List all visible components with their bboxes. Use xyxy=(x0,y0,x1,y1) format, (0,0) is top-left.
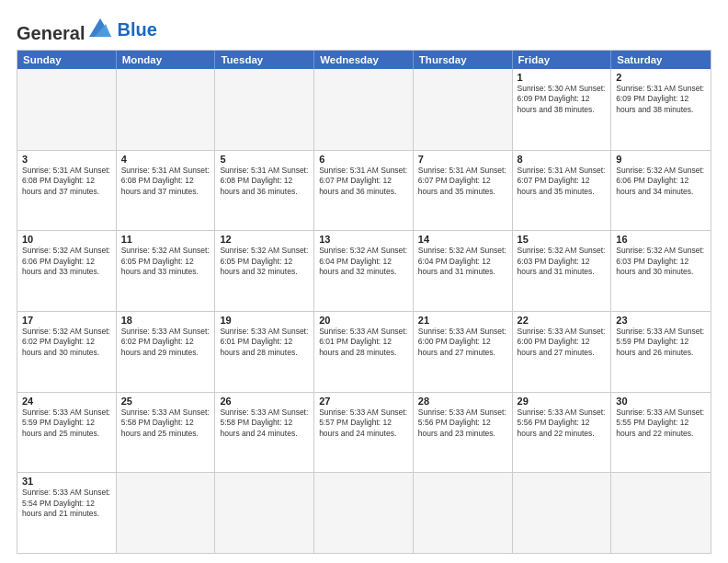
day-number: 2 xyxy=(616,72,706,83)
cell-info: Sunrise: 5:33 AM Sunset: 6:01 PM Dayligh… xyxy=(220,327,309,358)
calendar-cell xyxy=(314,69,414,150)
header-cell-wednesday: Wednesday xyxy=(314,51,414,69)
calendar-cell: 5Sunrise: 5:31 AM Sunset: 6:08 PM Daylig… xyxy=(215,151,314,231)
calendar-cell xyxy=(314,473,414,553)
calendar-row: 17Sunrise: 5:32 AM Sunset: 6:02 PM Dayli… xyxy=(17,311,711,392)
cell-info: Sunrise: 5:33 AM Sunset: 6:00 PM Dayligh… xyxy=(518,327,607,358)
calendar-cell xyxy=(414,473,513,553)
cell-info: Sunrise: 5:33 AM Sunset: 5:57 PM Dayligh… xyxy=(319,408,408,439)
cell-info: Sunrise: 5:30 AM Sunset: 6:09 PM Dayligh… xyxy=(518,84,607,115)
calendar-row: 3Sunrise: 5:31 AM Sunset: 6:08 PM Daylig… xyxy=(17,150,711,231)
calendar-body: 1Sunrise: 5:30 AM Sunset: 6:09 PM Daylig… xyxy=(17,69,711,553)
calendar-row: 24Sunrise: 5:33 AM Sunset: 5:59 PM Dayli… xyxy=(17,392,711,473)
calendar-cell: 25Sunrise: 5:33 AM Sunset: 5:58 PM Dayli… xyxy=(117,393,216,473)
day-number: 31 xyxy=(22,476,111,487)
day-number: 29 xyxy=(518,396,607,407)
day-number: 9 xyxy=(616,154,706,165)
calendar-cell: 12Sunrise: 5:32 AM Sunset: 6:05 PM Dayli… xyxy=(215,231,314,311)
calendar-cell: 14Sunrise: 5:32 AM Sunset: 6:04 PM Dayli… xyxy=(414,231,513,311)
calendar-cell: 16Sunrise: 5:32 AM Sunset: 6:03 PM Dayli… xyxy=(611,231,711,311)
cell-info: Sunrise: 5:32 AM Sunset: 6:04 PM Dayligh… xyxy=(418,246,507,277)
calendar-cell xyxy=(611,473,711,553)
day-number: 22 xyxy=(518,315,607,326)
cell-info: Sunrise: 5:32 AM Sunset: 6:05 PM Dayligh… xyxy=(220,246,309,277)
day-number: 21 xyxy=(418,315,507,326)
calendar-cell: 21Sunrise: 5:33 AM Sunset: 6:00 PM Dayli… xyxy=(414,312,513,392)
cell-info: Sunrise: 5:32 AM Sunset: 6:04 PM Dayligh… xyxy=(319,246,408,277)
cell-info: Sunrise: 5:32 AM Sunset: 6:03 PM Dayligh… xyxy=(518,246,607,277)
calendar-cell: 17Sunrise: 5:32 AM Sunset: 6:02 PM Dayli… xyxy=(17,312,117,392)
calendar-cell: 26Sunrise: 5:33 AM Sunset: 5:58 PM Dayli… xyxy=(215,393,314,473)
cell-info: Sunrise: 5:33 AM Sunset: 5:55 PM Dayligh… xyxy=(616,408,706,439)
calendar: SundayMondayTuesdayWednesdayThursdayFrid… xyxy=(17,50,711,554)
day-number: 16 xyxy=(616,234,706,245)
header-cell-friday: Friday xyxy=(513,51,612,69)
cell-info: Sunrise: 5:31 AM Sunset: 6:07 PM Dayligh… xyxy=(319,166,408,197)
cell-info: Sunrise: 5:31 AM Sunset: 6:07 PM Dayligh… xyxy=(518,166,607,197)
day-number: 18 xyxy=(121,315,210,326)
calendar-cell: 11Sunrise: 5:32 AM Sunset: 6:05 PM Dayli… xyxy=(117,231,216,311)
cell-info: Sunrise: 5:32 AM Sunset: 6:02 PM Dayligh… xyxy=(22,327,111,358)
day-number: 8 xyxy=(518,154,607,165)
calendar-header: SundayMondayTuesdayWednesdayThursdayFrid… xyxy=(17,51,711,69)
calendar-cell: 3Sunrise: 5:31 AM Sunset: 6:08 PM Daylig… xyxy=(17,151,117,231)
day-number: 11 xyxy=(121,234,210,245)
day-number: 5 xyxy=(220,154,309,165)
calendar-cell: 10Sunrise: 5:32 AM Sunset: 6:06 PM Dayli… xyxy=(17,231,117,311)
day-number: 3 xyxy=(22,154,111,165)
day-number: 26 xyxy=(220,396,309,407)
cell-info: Sunrise: 5:33 AM Sunset: 5:58 PM Dayligh… xyxy=(220,408,309,439)
calendar-cell: 20Sunrise: 5:33 AM Sunset: 6:01 PM Dayli… xyxy=(314,312,414,392)
calendar-cell: 18Sunrise: 5:33 AM Sunset: 6:02 PM Dayli… xyxy=(117,312,216,392)
calendar-cell xyxy=(414,69,513,150)
calendar-cell xyxy=(17,69,117,150)
cell-info: Sunrise: 5:33 AM Sunset: 6:00 PM Dayligh… xyxy=(418,327,507,358)
cell-info: Sunrise: 5:33 AM Sunset: 5:54 PM Dayligh… xyxy=(22,488,111,519)
calendar-cell: 28Sunrise: 5:33 AM Sunset: 5:56 PM Dayli… xyxy=(414,393,513,473)
cell-info: Sunrise: 5:31 AM Sunset: 6:08 PM Dayligh… xyxy=(121,166,210,197)
day-number: 13 xyxy=(319,234,408,245)
day-number: 10 xyxy=(22,234,111,245)
day-number: 19 xyxy=(220,315,309,326)
cell-info: Sunrise: 5:31 AM Sunset: 6:08 PM Dayligh… xyxy=(22,166,111,197)
calendar-cell xyxy=(513,473,612,553)
calendar-cell: 4Sunrise: 5:31 AM Sunset: 6:08 PM Daylig… xyxy=(117,151,216,231)
day-number: 12 xyxy=(220,234,309,245)
calendar-cell: 23Sunrise: 5:33 AM Sunset: 5:59 PM Dayli… xyxy=(611,312,711,392)
cell-info: Sunrise: 5:31 AM Sunset: 6:07 PM Dayligh… xyxy=(418,166,507,197)
cell-info: Sunrise: 5:32 AM Sunset: 6:06 PM Dayligh… xyxy=(22,246,111,277)
cell-info: Sunrise: 5:32 AM Sunset: 6:03 PM Dayligh… xyxy=(616,246,706,277)
calendar-row: 10Sunrise: 5:32 AM Sunset: 6:06 PM Dayli… xyxy=(17,230,711,311)
day-number: 6 xyxy=(319,154,408,165)
day-number: 4 xyxy=(121,154,210,165)
cell-info: Sunrise: 5:33 AM Sunset: 5:59 PM Dayligh… xyxy=(616,327,706,358)
calendar-cell: 9Sunrise: 5:32 AM Sunset: 6:06 PM Daylig… xyxy=(611,151,711,231)
calendar-cell: 27Sunrise: 5:33 AM Sunset: 5:57 PM Dayli… xyxy=(314,393,414,473)
header: General Blue xyxy=(17,17,711,42)
day-number: 17 xyxy=(22,315,111,326)
header-cell-saturday: Saturday xyxy=(611,51,711,69)
logo-blue-text: Blue xyxy=(117,19,156,40)
cell-info: Sunrise: 5:33 AM Sunset: 6:02 PM Dayligh… xyxy=(121,327,210,358)
day-number: 30 xyxy=(616,396,706,407)
calendar-cell: 2Sunrise: 5:31 AM Sunset: 6:09 PM Daylig… xyxy=(611,69,711,150)
calendar-cell: 31Sunrise: 5:33 AM Sunset: 5:54 PM Dayli… xyxy=(17,473,117,553)
calendar-cell: 19Sunrise: 5:33 AM Sunset: 6:01 PM Dayli… xyxy=(215,312,314,392)
header-cell-monday: Monday xyxy=(117,51,216,69)
day-number: 24 xyxy=(22,396,111,407)
day-number: 14 xyxy=(418,234,507,245)
calendar-cell xyxy=(117,473,216,553)
calendar-row: 1Sunrise: 5:30 AM Sunset: 6:09 PM Daylig… xyxy=(17,69,711,150)
page: General Blue SundayMondayTuesdayWednesda… xyxy=(0,0,728,563)
cell-info: Sunrise: 5:31 AM Sunset: 6:09 PM Dayligh… xyxy=(616,84,706,115)
cell-info: Sunrise: 5:33 AM Sunset: 5:58 PM Dayligh… xyxy=(121,408,210,439)
header-cell-tuesday: Tuesday xyxy=(215,51,314,69)
calendar-cell: 8Sunrise: 5:31 AM Sunset: 6:07 PM Daylig… xyxy=(513,151,612,231)
calendar-row: 31Sunrise: 5:33 AM Sunset: 5:54 PM Dayli… xyxy=(17,472,711,553)
calendar-cell: 1Sunrise: 5:30 AM Sunset: 6:09 PM Daylig… xyxy=(513,69,612,150)
day-number: 20 xyxy=(319,315,408,326)
day-number: 15 xyxy=(518,234,607,245)
calendar-cell: 6Sunrise: 5:31 AM Sunset: 6:07 PM Daylig… xyxy=(314,151,414,231)
calendar-cell: 30Sunrise: 5:33 AM Sunset: 5:55 PM Dayli… xyxy=(611,393,711,473)
header-cell-sunday: Sunday xyxy=(17,51,117,69)
